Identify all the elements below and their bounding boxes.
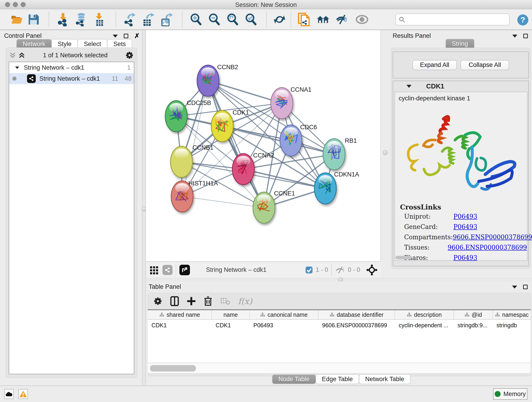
panel-float-icon[interactable] [124, 34, 128, 38]
string-tab-icon[interactable] [162, 265, 172, 275]
export-image-button[interactable] [160, 13, 173, 26]
zoom-out-button[interactable] [208, 13, 220, 26]
network-edge-CCNB2-CCNE1[interactable] [208, 81, 264, 208]
expand-all-button[interactable]: Expand All [412, 60, 457, 70]
panel-float-icon[interactable] [523, 34, 528, 38]
network-node-CDKN1A[interactable] [314, 173, 336, 204]
network-node-CCNB1[interactable] [171, 146, 192, 177]
network-node-CDC25B[interactable] [165, 101, 187, 132]
tab-network-table[interactable]: Network Table [359, 375, 411, 384]
crosslink-value[interactable]: 9606.ENSP00000378699 [448, 244, 527, 251]
column-header-shared-name[interactable]: shared name [148, 310, 212, 319]
network-options-gear-icon[interactable] [125, 51, 134, 60]
crosslink-value[interactable]: P06493 [453, 223, 477, 230]
hide-selected-button[interactable] [336, 13, 349, 26]
gene-disclosure-icon[interactable] [406, 85, 412, 88]
collapse-all-icon[interactable] [9, 51, 16, 59]
network-row-selected[interactable]: String Network – cdk1 11 48 [9, 73, 134, 84]
table-settings-gear-icon[interactable] [153, 297, 162, 306]
panel-menu-icon[interactable] [512, 35, 517, 38]
table-cell[interactable]: CDK1 [212, 320, 250, 331]
collapse-all-button[interactable]: Collapse All [461, 60, 509, 70]
tab-string[interactable]: String [446, 39, 474, 49]
network-graph[interactable]: CCNB2CCNA1CDC25BCDK1CDC6RB1CCNB1CCNA2CDK… [146, 30, 381, 261]
show-columns-icon[interactable] [170, 296, 179, 306]
left-splitter[interactable] [143, 30, 146, 385]
disclosure-triangle-icon[interactable] [15, 66, 19, 69]
refresh-button[interactable] [273, 13, 286, 26]
right-splitter[interactable] [381, 30, 389, 278]
network-node-CDK1[interactable] [211, 110, 233, 142]
table-cell[interactable]: 9606.ENSP00000378699 [318, 320, 395, 331]
cloud-status-button[interactable] [4, 389, 14, 399]
warnings-button[interactable] [18, 389, 28, 399]
right-splitter-handle[interactable] [383, 150, 388, 155]
table-cell[interactable]: P06493 [250, 320, 318, 331]
search-icon [399, 16, 405, 23]
export-network-button[interactable] [123, 13, 136, 26]
save-session-button[interactable] [27, 13, 40, 26]
search-input[interactable] [405, 16, 506, 23]
expand-all-icon[interactable] [18, 51, 25, 59]
zoom-fit-button[interactable] [226, 13, 239, 26]
table-row[interactable]: CDK1CDK1P064939606.ENSP00000378699cyclin… [148, 320, 531, 331]
add-column-icon[interactable] [187, 297, 196, 306]
import-table-button[interactable] [93, 13, 106, 26]
network-node-CCNA2[interactable] [232, 153, 254, 185]
table-hscrollbar-thumb[interactable] [150, 365, 196, 371]
network-node-CCNA1[interactable] [271, 88, 293, 119]
table-cell[interactable]: cyclin-dependent ... [395, 320, 454, 331]
network-canvas[interactable]: CCNB2CCNA1CDC25BCDK1CDC6RB1CCNB1CCNA2CDK… [146, 30, 381, 261]
help-button[interactable]: ? [517, 14, 529, 26]
selected-checkbox-icon[interactable] [305, 266, 313, 274]
import-network-button[interactable] [57, 13, 70, 26]
tab-edge-table[interactable]: Edge Table [316, 375, 359, 384]
memory-button[interactable]: Memory [493, 388, 527, 400]
column-header-database-identifier[interactable]: database identifier [318, 310, 395, 319]
network-edge-HIST1H1A-CCNE1[interactable] [182, 196, 264, 208]
export-table-button[interactable] [142, 13, 154, 26]
zoom-in-button[interactable] [189, 13, 202, 26]
panel-close-icon[interactable]: ✗ [134, 34, 139, 38]
zoom-fit-icon [226, 13, 239, 26]
function-builder-button[interactable]: f(x) [238, 297, 252, 306]
network-collection-row[interactable]: String Network – cdk1 1 [9, 62, 134, 73]
open-in-window-icon[interactable] [179, 265, 190, 275]
crosslink-value[interactable]: P06493 [453, 213, 477, 220]
column-header-canonical-name[interactable]: canonical name [250, 310, 318, 319]
column-header-namespac[interactable]: namespac [493, 310, 531, 319]
network-node-CDC6[interactable] [280, 125, 302, 156]
show-all-button[interactable] [355, 13, 368, 26]
panel-menu-icon[interactable] [512, 286, 517, 288]
hidden-eye-icon[interactable] [335, 265, 346, 274]
open-session-button[interactable] [11, 13, 23, 26]
panel-float-icon[interactable] [523, 285, 528, 289]
table-cell[interactable]: CDK1 [148, 320, 212, 331]
delete-table-icon[interactable] [220, 297, 230, 305]
gene-header[interactable]: CDK1 [393, 81, 528, 91]
search-box [395, 13, 510, 26]
network-node-RB1[interactable] [323, 139, 345, 170]
panel-menu-icon[interactable] [113, 35, 118, 38]
tab-node-table[interactable]: Node Table [272, 375, 316, 384]
table-cell[interactable]: stringdb:9... [454, 320, 493, 331]
copy-network-button[interactable] [298, 13, 310, 26]
zoom-selected-button[interactable] [244, 13, 257, 26]
grid-mode-icon[interactable] [149, 265, 159, 275]
column-header-description[interactable]: description [395, 310, 454, 319]
column-header--id[interactable]: @id [454, 310, 493, 319]
column-header-name[interactable]: name [212, 310, 250, 319]
crosslink-value[interactable]: 9606.ENSP00000378699 [453, 234, 532, 241]
eye-icon [355, 14, 368, 25]
table-hscrollbar-track[interactable] [148, 363, 531, 373]
crosslink-value[interactable]: P06493 [453, 254, 477, 261]
table-cell[interactable]: stringdb [493, 320, 531, 331]
results-hscrollbar[interactable] [395, 256, 412, 259]
delete-column-icon[interactable] [204, 296, 212, 306]
home-view-button[interactable] [317, 13, 329, 26]
network-node-CCNB2[interactable] [197, 65, 219, 96]
import-database-button[interactable] [75, 13, 88, 26]
bottom-splitter[interactable] [146, 278, 532, 281]
crosshair-icon[interactable] [366, 264, 378, 276]
network-node-CCNE1[interactable] [253, 192, 275, 223]
